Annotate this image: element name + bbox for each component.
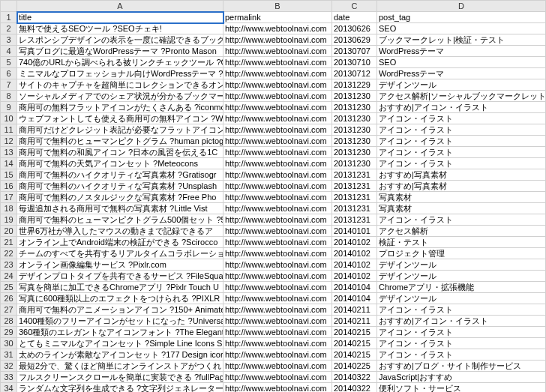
cell-title[interactable]: 商用可で無料の和風アイコン ?日本の風習を伝える1C xyxy=(17,147,224,158)
cell-date[interactable]: 20140215 xyxy=(332,338,377,349)
cell-post-tag[interactable]: おすすめ|写真素材 xyxy=(377,181,546,192)
cell-post-tag[interactable]: WordPressテーマ xyxy=(377,46,546,57)
cell-permalink[interactable]: http://www.webtoolnavi.com xyxy=(224,181,332,192)
cell-date[interactable]: 20131231 xyxy=(332,203,377,214)
cell-date[interactable]: 20131229 xyxy=(332,79,377,91)
cell-post-tag[interactable]: おすすめ|アイコン・イラスト xyxy=(377,316,546,327)
cell-post-tag[interactable]: アイコン・イラスト xyxy=(377,158,546,169)
row-header[interactable]: 2 xyxy=(1,23,17,34)
cell-post-tag[interactable]: アイコン・イラスト xyxy=(377,214,546,226)
cell-date[interactable]: 20130629 xyxy=(332,34,377,46)
cell-post-tag[interactable]: アイコン・イラスト xyxy=(377,113,546,124)
cell-permalink[interactable]: http://www.webtoolnavi.com xyxy=(224,102,332,113)
cell-date[interactable]: 20131231 xyxy=(332,181,377,192)
cell-permalink[interactable]: http://www.webtoolnavi.com xyxy=(224,237,332,248)
cell-title[interactable]: デザインプロトタイプを共有できるサービス ?FileSquare xyxy=(17,271,224,282)
cell-date[interactable]: 20131231 xyxy=(332,192,377,203)
cell-title[interactable]: 商用可で無料のヒューマンピクトグラム500個セット ?5 xyxy=(17,214,224,226)
cell-date[interactable]: 20130707 xyxy=(332,46,377,57)
cell-date[interactable]: 20131230 xyxy=(332,158,377,169)
cell-date[interactable]: 20140211 xyxy=(332,316,377,327)
row-header[interactable]: 17 xyxy=(1,192,17,203)
cell-post-tag[interactable]: 写真素材 xyxy=(377,192,546,203)
cell-permalink[interactable]: http://www.webtoolnavi.com xyxy=(224,79,332,91)
cell-permalink[interactable]: http://www.webtoolnavi.com xyxy=(224,316,332,327)
row-header[interactable]: 5 xyxy=(1,57,17,68)
row-header[interactable]: 25 xyxy=(1,282,17,293)
cell-post-tag[interactable]: アイコン・イラスト xyxy=(377,327,546,338)
row-header[interactable]: 15 xyxy=(1,169,17,181)
cell-permalink[interactable]: http://www.webtoolnavi.com xyxy=(224,383,332,393)
cell-date[interactable]: 20140225 xyxy=(332,361,377,372)
cell-post-tag[interactable]: デザインツール xyxy=(377,293,546,304)
row-header[interactable]: 18 xyxy=(1,203,17,214)
cell-post-tag[interactable]: post_tag xyxy=(377,12,546,23)
cell-post-tag[interactable]: SEO xyxy=(377,23,546,34)
cell-permalink[interactable]: http://www.webtoolnavi.com xyxy=(224,372,332,383)
cell-title[interactable]: サイトのキャプチャを超簡単にコレクションできるオンラ xyxy=(17,79,224,91)
row-header[interactable]: 31 xyxy=(1,349,17,361)
cell-permalink[interactable]: http://www.webtoolnavi.com xyxy=(224,293,332,304)
cell-permalink[interactable]: http://www.webtoolnavi.com xyxy=(224,113,332,124)
cell-title[interactable]: 商用可の無料フラットアイコンがたくさんある ?iconmor xyxy=(17,102,224,113)
col-header-B[interactable]: B xyxy=(224,1,332,12)
cell-date[interactable]: 20131230 xyxy=(332,102,377,113)
spreadsheet-grid[interactable]: A B C D 1titlepermalinkdatepost_tag2無料で使… xyxy=(0,0,546,392)
row-header[interactable]: 30 xyxy=(1,338,17,349)
cell-post-tag[interactable]: おすすめ|アイコン・イラスト xyxy=(377,102,546,113)
cell-post-tag[interactable]: 便利ソフト・サービス xyxy=(377,383,546,393)
cell-title[interactable]: 写真ブログに最適なWordPressテーマ ?Pronto Mason xyxy=(17,46,224,57)
cell-date[interactable]: 20131230 xyxy=(332,91,377,102)
cell-permalink[interactable]: http://www.webtoolnavi.com xyxy=(224,259,332,271)
row-header[interactable]: 3 xyxy=(1,34,17,46)
row-header[interactable]: 19 xyxy=(1,214,17,226)
cell-permalink[interactable]: http://www.webtoolnavi.com xyxy=(224,124,332,136)
row-header[interactable]: 23 xyxy=(1,259,17,271)
cell-title[interactable]: 740億のURLから調べられる被リンクチェックツール ?C xyxy=(17,57,224,68)
cell-permalink[interactable]: http://www.webtoolnavi.com xyxy=(224,282,332,293)
cell-title[interactable]: 商用可で無料のノスタルジックな写真素材 ?Free Pho xyxy=(17,192,224,203)
cell-post-tag[interactable]: アイコン・イラスト xyxy=(377,124,546,136)
col-header-A[interactable]: A xyxy=(17,1,224,12)
cell-title[interactable]: 最短2分で、驚くほど簡単にオンラインストアがつくれ xyxy=(17,361,224,372)
cell-title[interactable]: チームのすべてを共有するリアルタイムコラボレーショ xyxy=(17,248,224,259)
cell-permalink[interactable]: http://www.webtoolnavi.com xyxy=(224,349,332,361)
cell-post-tag[interactable]: WordPressテーマ xyxy=(377,68,546,79)
cell-title[interactable]: 1400種類のフリーアイコンがセットになった ?Universa xyxy=(17,316,224,327)
cell-date[interactable]: 20140102 xyxy=(332,271,377,282)
cell-date[interactable]: 20130626 xyxy=(332,23,377,34)
cell-post-tag[interactable]: おすすめ|ブログ・サイト制作サービス xyxy=(377,361,546,372)
cell-post-tag[interactable]: デザインツール xyxy=(377,79,546,91)
cell-permalink[interactable]: http://www.webtoolnavi.com xyxy=(224,147,332,158)
cell-permalink[interactable]: http://www.webtoolnavi.com xyxy=(224,304,332,316)
cell-permalink[interactable]: http://www.webtoolnavi.com xyxy=(224,169,332,181)
cell-title[interactable]: 毎週追加される商用可で無料の写真素材 ?Little Vist xyxy=(17,203,224,214)
cell-permalink[interactable]: http://www.webtoolnavi.com xyxy=(224,57,332,68)
cell-date[interactable]: 20140101 xyxy=(332,226,377,237)
row-header[interactable]: 1 xyxy=(1,12,17,23)
cell-date[interactable]: 20131230 xyxy=(332,124,377,136)
cell-title[interactable]: とてもミニマルなアイコンセット ?Simple Line Icons S xyxy=(17,338,224,349)
row-header[interactable]: 12 xyxy=(1,136,17,147)
row-header[interactable]: 11 xyxy=(1,124,17,136)
cell-date[interactable]: 20131230 xyxy=(332,136,377,147)
cell-post-tag[interactable]: アクセス解析|ソーシャルブックマークレット xyxy=(377,91,546,102)
cell-post-tag[interactable]: アクセス解析 xyxy=(377,226,546,237)
cell-post-tag[interactable]: プロジェクト管理 xyxy=(377,248,546,259)
cell-post-tag[interactable]: Chromeアプリ・拡張機能 xyxy=(377,282,546,293)
cell-post-tag[interactable]: 写真素材 xyxy=(377,203,546,214)
cell-title[interactable]: 商用可で無料の天気アイコンセット ?Meteocons xyxy=(17,158,224,169)
col-header-C[interactable]: C xyxy=(332,1,377,12)
cell-permalink[interactable]: http://www.webtoolnavi.com xyxy=(224,136,332,147)
cell-date[interactable]: 20131231 xyxy=(332,214,377,226)
row-header[interactable]: 13 xyxy=(1,147,17,158)
cell-title[interactable]: title xyxy=(17,12,224,23)
row-header[interactable]: 6 xyxy=(1,68,17,79)
cell-permalink[interactable]: http://www.webtoolnavi.com xyxy=(224,361,332,372)
cell-title[interactable]: ウェブフォントしても使える商用可の無料アイコン ?W xyxy=(17,113,224,124)
cell-date[interactable]: 20140104 xyxy=(332,282,377,293)
cell-post-tag[interactable]: アイコン・イラスト xyxy=(377,338,546,349)
cell-title[interactable]: 写真を簡単に加工できるChromeアプリ ?Pixlr Touch U xyxy=(17,282,224,293)
row-header[interactable]: 33 xyxy=(1,372,17,383)
cell-permalink[interactable]: http://www.webtoolnavi.com xyxy=(224,34,332,46)
